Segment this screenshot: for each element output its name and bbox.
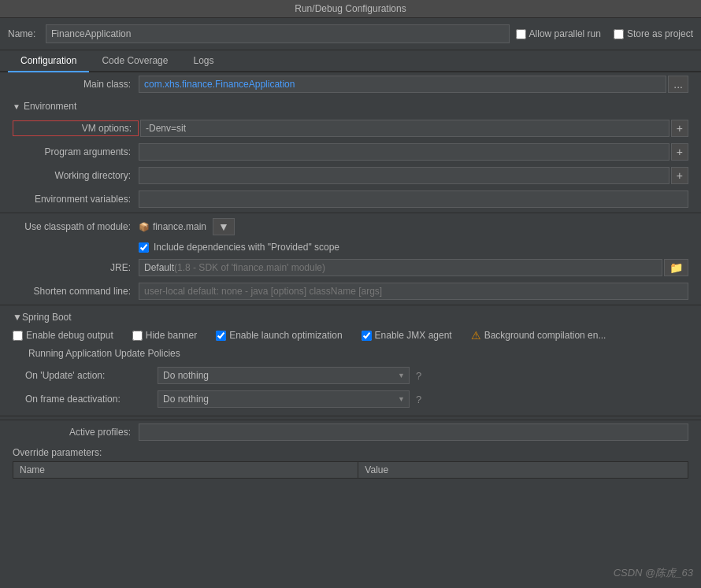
tab-logs[interactable]: Logs (180, 50, 226, 72)
enable-launch-optimization-checkbox[interactable] (216, 331, 226, 341)
vm-options-expand-btn[interactable]: + (671, 120, 688, 137)
working-directory-row: Working directory: + (0, 164, 701, 187)
tab-configuration[interactable]: Configuration (8, 50, 89, 72)
enable-launch-optimization-label[interactable]: Enable launch optimization (216, 330, 342, 341)
jre-hint-text: (1.8 - SDK of 'finance.main' module) (174, 262, 325, 273)
program-arguments-wrapper: + (139, 143, 688, 161)
vm-options-row: VM options: + (0, 116, 701, 140)
spring-boot-header[interactable]: ▼ Spring Boot (0, 309, 701, 326)
title-bar: Run/Debug Configurations (0, 0, 701, 18)
jre-default-text: Default (144, 262, 174, 273)
allow-parallel-run-label[interactable]: Allow parallel run (516, 28, 601, 39)
environment-arrow: ▼ (13, 102, 20, 111)
program-arguments-input[interactable] (139, 143, 669, 161)
program-arguments-label: Program arguments: (13, 146, 139, 157)
on-frame-deactivation-row: On frame deactivation: Do nothing Update… (25, 387, 676, 411)
on-update-action-row: On 'Update' action: Do nothing Update re… (25, 364, 676, 387)
include-dependencies-checkbox[interactable] (139, 242, 149, 253)
spring-boot-options: Enable debug output Hide banner Enable l… (0, 326, 701, 345)
jre-wrapper: Default (1.8 - SDK of 'finance.main' mod… (139, 259, 688, 276)
jre-display[interactable]: Default (1.8 - SDK of 'finance.main' mod… (139, 259, 662, 276)
on-update-action-select-wrapper: Do nothing Update resources Update class… (158, 367, 410, 384)
module-icon: 📦 (139, 222, 150, 232)
jre-row: JRE: Default (1.8 - SDK of 'finance.main… (0, 256, 701, 279)
shorten-cmd-display[interactable]: user-local default: none - java [options… (139, 283, 688, 300)
working-directory-input[interactable] (139, 167, 669, 184)
vm-options-label: VM options: (13, 120, 139, 136)
on-frame-deactivation-select-wrapper: Do nothing Update resources Update class… (158, 390, 410, 408)
name-label: Name: (8, 28, 39, 39)
name-input[interactable] (46, 24, 510, 43)
include-dependencies-row: Include dependencies with "Provided" sco… (126, 239, 701, 256)
dialog-title: Run/Debug Configurations (295, 3, 406, 14)
name-row: Name: Allow parallel run Store as projec… (0, 18, 701, 50)
on-update-action-select[interactable]: Do nothing Update resources Update class… (158, 367, 410, 384)
on-frame-deactivation-label: On frame deactivation: (25, 394, 151, 405)
vm-options-input[interactable] (140, 120, 669, 137)
env-variables-row: Environment variables: (0, 187, 701, 211)
enable-jmx-agent-label[interactable]: Enable JMX agent (362, 330, 452, 341)
hide-banner-label[interactable]: Hide banner (132, 330, 197, 341)
module-expand-btn[interactable]: ▼ (213, 218, 235, 235)
running-app-title: Running Application Update Policies (25, 348, 676, 359)
background-compilation-wrapper: ⚠ Background compilation en... (471, 329, 606, 342)
program-arguments-row: Program arguments: + (0, 140, 701, 164)
shorten-cmd-value: user-local default: none - java [options… (144, 286, 382, 297)
program-arguments-expand-btn[interactable]: + (671, 143, 688, 161)
override-params-section: Override parameters: Name Value (0, 444, 701, 482)
env-variables-wrapper (139, 190, 688, 208)
env-variables-label: Environment variables: (13, 194, 139, 205)
main-class-label: Main class: (13, 79, 139, 90)
allow-parallel-run-checkbox[interactable] (516, 29, 526, 39)
main-class-row: Main class: ... (0, 72, 701, 96)
environment-label: Environment (24, 101, 76, 112)
spring-boot-label: Spring Boot (22, 312, 72, 323)
content-area: Main class: ... ▼ Environment VM options… (0, 72, 701, 588)
spring-boot-section: ▼ Spring Boot Enable debug output Hide b… (0, 309, 701, 345)
working-directory-expand-btn[interactable]: + (671, 167, 688, 184)
override-params-label: Override parameters: (13, 447, 688, 458)
main-class-input-wrapper: ... (139, 76, 688, 93)
module-name: finance.main (153, 221, 206, 232)
hide-banner-checkbox[interactable] (132, 331, 143, 341)
active-profiles-input[interactable] (139, 423, 688, 441)
on-update-help-icon[interactable]: ? (416, 370, 421, 382)
jre-label: JRE: (13, 262, 139, 273)
watermark: CSDN @陈虎_63 (614, 566, 693, 580)
running-app-section: Running Application Update Policies On '… (0, 345, 701, 414)
include-dependencies-label[interactable]: Include dependencies with "Provided" sco… (154, 242, 339, 253)
main-class-input[interactable] (139, 76, 666, 93)
enable-debug-output-checkbox[interactable] (13, 331, 23, 341)
tabs-bar: Configuration Code Coverage Logs (0, 50, 701, 72)
tab-code-coverage[interactable]: Code Coverage (89, 50, 180, 72)
params-name-column: Name (13, 462, 358, 479)
enable-jmx-agent-checkbox[interactable] (362, 331, 372, 341)
spring-boot-arrow: ▼ (13, 312, 22, 323)
main-class-expand-btn[interactable]: ... (668, 76, 688, 93)
module-row: Use classpath of module: 📦 finance.main … (0, 215, 701, 239)
shorten-cmd-label: Shorten command line: (13, 286, 139, 297)
top-checkboxes: Allow parallel run Store as project (516, 28, 693, 39)
working-directory-wrapper: + (139, 167, 688, 184)
module-label: Use classpath of module: (13, 221, 139, 232)
on-frame-deactivation-select[interactable]: Do nothing Update resources Update class… (158, 390, 410, 408)
enable-debug-output-label[interactable]: Enable debug output (13, 330, 113, 341)
active-profiles-label: Active profiles: (13, 427, 139, 438)
background-compilation-label: Background compilation en... (484, 330, 606, 341)
module-value: 📦 finance.main ▼ (139, 218, 235, 235)
on-frame-help-icon[interactable]: ? (416, 394, 421, 405)
on-update-action-label: On 'Update' action: (25, 370, 151, 381)
working-directory-label: Working directory: (13, 170, 139, 181)
jre-browse-btn[interactable]: 📁 (664, 259, 688, 276)
store-as-project-label[interactable]: Store as project (614, 28, 693, 39)
vm-options-input-wrapper: + (140, 120, 688, 137)
env-variables-input[interactable] (139, 190, 688, 208)
warning-icon: ⚠ (471, 329, 481, 342)
active-profiles-row: Active profiles: (0, 420, 701, 444)
environment-header[interactable]: ▼ Environment (0, 96, 701, 116)
shorten-cmd-row: Shorten command line: user-local default… (0, 279, 701, 303)
params-table: Name Value (13, 461, 688, 479)
store-as-project-checkbox[interactable] (614, 29, 624, 39)
params-value-column: Value (358, 462, 688, 479)
